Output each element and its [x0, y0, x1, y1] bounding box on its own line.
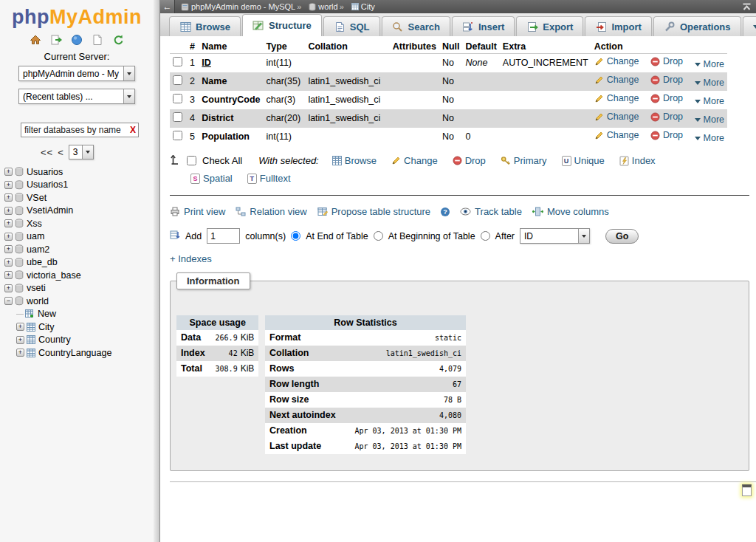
row-checkbox[interactable]: [173, 112, 182, 122]
tab-export[interactable]: Export: [516, 16, 583, 36]
sidebar-item-database[interactable]: ube_db: [27, 257, 58, 267]
row-checkbox[interactable]: [173, 57, 182, 66]
back-button[interactable]: ←: [160, 0, 175, 13]
breadcrumb-server[interactable]: phpMyAdmin demo - MySQL: [191, 2, 295, 11]
move-columns-link[interactable]: Move columns: [532, 206, 609, 217]
expand-icon[interactable]: +: [4, 207, 13, 215]
check-all-label[interactable]: Check All: [202, 155, 242, 166]
more-link[interactable]: More: [695, 59, 724, 69]
relation-view-link[interactable]: Relation view: [236, 206, 306, 217]
tab-structure[interactable]: Structure: [242, 14, 322, 36]
print-view-link[interactable]: Print view: [170, 206, 225, 217]
recent-tables-select[interactable]: (Recent tables) ...: [18, 89, 135, 104]
sidebar-item-database[interactable]: victoria_base: [27, 270, 81, 281]
sidebar-item-database[interactable]: VSet: [27, 193, 47, 203]
drop-link[interactable]: Drop: [650, 93, 683, 103]
more-link[interactable]: More: [695, 78, 724, 88]
ws-fulltext-link[interactable]: TFulltext: [247, 173, 291, 184]
add-count-input[interactable]: [207, 228, 240, 244]
help-icon[interactable]: ?: [441, 207, 450, 216]
row-checkbox[interactable]: [173, 131, 182, 140]
ws-drop-link[interactable]: Drop: [453, 155, 486, 166]
filter-databases-input[interactable]: [21, 123, 139, 137]
sidebar-item-database[interactable]: Usuarios: [27, 167, 63, 177]
home-icon[interactable]: [30, 34, 41, 46]
expand-icon[interactable]: +: [16, 336, 24, 344]
change-link[interactable]: Change: [594, 75, 639, 85]
after-label[interactable]: After: [495, 231, 515, 241]
drop-link[interactable]: Drop: [650, 112, 683, 122]
radio-at-beginning[interactable]: [374, 231, 383, 241]
radio-after[interactable]: [481, 231, 490, 241]
server-select[interactable]: phpMyAdmin demo - My: [18, 66, 135, 81]
clear-filter-icon[interactable]: X: [130, 125, 136, 135]
expand-icon[interactable]: +: [4, 258, 13, 267]
tab-insert[interactable]: Insert: [452, 16, 515, 36]
docs-icon[interactable]: [71, 34, 83, 46]
change-link[interactable]: Change: [594, 93, 639, 103]
drop-link[interactable]: Drop: [650, 75, 683, 85]
ws-browse-link[interactable]: Browse: [332, 155, 377, 166]
tab-more[interactable]: More: [743, 16, 756, 36]
after-column-select[interactable]: ID: [520, 228, 590, 244]
ws-index-link[interactable]: Index: [619, 155, 656, 166]
track-table-link[interactable]: Track table: [460, 206, 522, 217]
scroll-top-icon[interactable]: [742, 3, 752, 11]
breadcrumb-table[interactable]: City: [361, 2, 375, 11]
tab-sql[interactable]: SQL: [323, 16, 380, 36]
sidebar-item-table[interactable]: City: [38, 322, 55, 332]
tab-browse[interactable]: Browse: [169, 16, 241, 36]
expand-icon[interactable]: +: [4, 271, 13, 279]
drop-link[interactable]: Drop: [650, 56, 683, 66]
ws-spatial-link[interactable]: SSpatial: [190, 173, 233, 184]
expand-icon[interactable]: +: [16, 349, 24, 357]
expand-icon[interactable]: +: [4, 245, 13, 253]
logout-icon[interactable]: [50, 34, 62, 46]
sidebar-item-database[interactable]: Usuarios1: [27, 179, 68, 190]
sidebar-item-database[interactable]: world: [27, 296, 49, 306]
sidebar-item-table[interactable]: CountryLanguage: [38, 348, 111, 358]
more-link[interactable]: More: [695, 133, 724, 143]
tab-search[interactable]: Search: [382, 16, 450, 36]
collapse-expander-icon[interactable]: −: [4, 297, 13, 305]
phpmyadmin-logo[interactable]: phpMyAdmin: [0, 6, 154, 29]
row-checkbox[interactable]: [173, 94, 182, 103]
change-link[interactable]: Change: [594, 56, 639, 66]
page-select[interactable]: 3: [69, 145, 94, 159]
drop-link[interactable]: Drop: [650, 130, 683, 140]
ws-unique-link[interactable]: UUnique: [562, 155, 605, 166]
pager-prev[interactable]: <: [58, 147, 64, 158]
breadcrumb-database[interactable]: world: [318, 2, 337, 11]
go-button[interactable]: Go: [605, 229, 639, 244]
expand-icon[interactable]: +: [4, 219, 13, 227]
radio-at-end[interactable]: [291, 231, 300, 241]
expand-icon[interactable]: +: [4, 233, 13, 241]
indexes-toggle-link[interactable]: + Indexes: [170, 253, 212, 264]
sidebar-item-database[interactable]: VsetiAdmin: [27, 205, 73, 216]
ws-change-link[interactable]: Change: [391, 155, 438, 166]
expand-icon[interactable]: +: [16, 323, 24, 331]
reload-icon[interactable]: [112, 34, 124, 46]
sidebar-item-database[interactable]: uam2: [27, 244, 49, 255]
ws-primary-link[interactable]: Primary: [501, 155, 547, 166]
tab-operations[interactable]: Operations: [653, 16, 741, 36]
sidebar-item-new-table[interactable]: New: [38, 309, 56, 319]
change-link[interactable]: Change: [594, 112, 639, 122]
check-all-checkbox[interactable]: [187, 156, 196, 165]
expand-icon[interactable]: +: [4, 181, 13, 189]
expand-icon[interactable]: +: [4, 168, 13, 176]
change-link[interactable]: Change: [594, 130, 639, 140]
at-beginning-label[interactable]: At Beginning of Table: [388, 231, 475, 241]
sidebar-item-database[interactable]: uam: [27, 231, 44, 241]
more-link[interactable]: More: [695, 114, 724, 125]
info-icon[interactable]: [92, 34, 103, 46]
expand-icon[interactable]: +: [4, 284, 13, 292]
sidebar-item-database[interactable]: vseti: [27, 283, 46, 293]
tab-import[interactable]: Import: [585, 16, 651, 36]
expand-icon[interactable]: +: [4, 193, 13, 202]
sidebar-item-table[interactable]: Country: [38, 335, 71, 345]
sidebar-item-database[interactable]: Xss: [27, 219, 42, 229]
row-checkbox[interactable]: [173, 75, 182, 85]
pager-first[interactable]: <<: [41, 147, 53, 158]
more-link[interactable]: More: [695, 96, 724, 106]
